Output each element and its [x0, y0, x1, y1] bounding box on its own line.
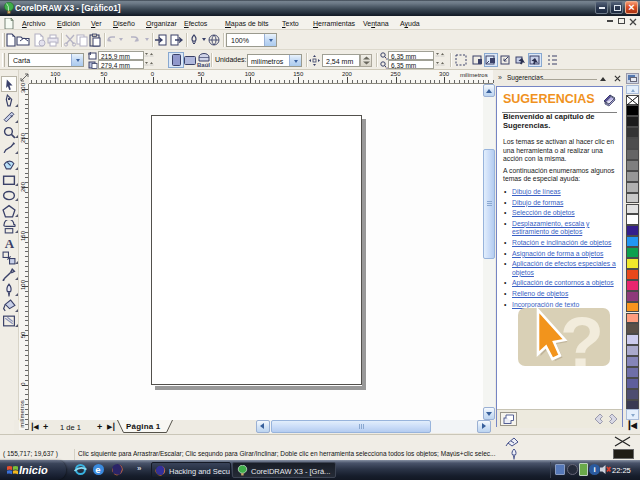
svg-text:?: ?: [560, 308, 604, 366]
svg-text:A: A: [5, 236, 15, 250]
svg-text:e: e: [95, 464, 100, 475]
